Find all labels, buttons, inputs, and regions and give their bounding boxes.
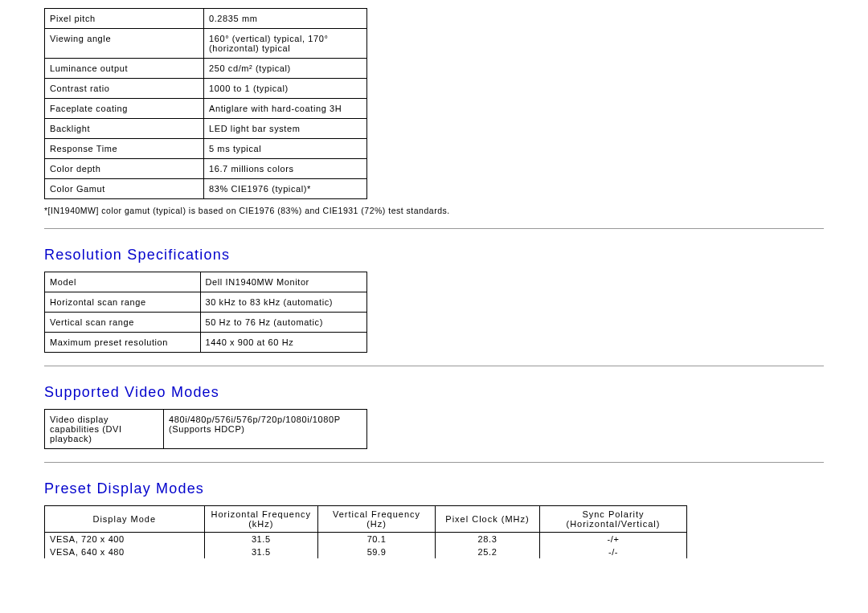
table-row: Color depth16.7 millions colors [45, 159, 367, 179]
cell: 25.2 [436, 546, 540, 558]
column-header: Horizontal Frequency (kHz) [204, 506, 317, 533]
divider [44, 366, 824, 366]
video-modes-heading: Supported Video Modes [44, 384, 824, 401]
spec-value: 5 ms typical [204, 139, 367, 159]
table-row: Faceplate coatingAntiglare with hard-coa… [45, 99, 367, 119]
spec-value: Dell IN1940MW Monitor [200, 272, 367, 292]
spec-value: 1000 to 1 (typical) [204, 79, 367, 99]
column-header: Vertical Frequency (Hz) [318, 506, 436, 533]
cell: 31.5 [204, 533, 317, 546]
table-row: ModelDell IN1940MW Monitor [45, 272, 367, 292]
spec-value: 250 cd/m² (typical) [204, 59, 367, 79]
table-row: VESA, 720 x 40031.570.128.3-/+ [45, 533, 687, 546]
spec-value: 0.2835 mm [204, 9, 367, 29]
column-header: Pixel Clock (MHz) [436, 506, 540, 533]
column-header: Display Mode [45, 506, 205, 533]
spec-label: Model [45, 272, 201, 292]
table-row: Viewing angle160° (vertical) typical, 17… [45, 29, 367, 59]
spec-value: 83% CIE1976 (typical)* [204, 179, 367, 199]
cell: -/- [539, 546, 686, 558]
spec-label: Vertical scan range [45, 313, 201, 333]
resolution-spec-table: ModelDell IN1940MW MonitorHorizontal sca… [44, 272, 367, 353]
divider [44, 228, 824, 229]
table-row: Horizontal scan range30 kHz to 83 kHz (a… [45, 292, 367, 313]
cell: 28.3 [436, 533, 540, 546]
spec-label: Response Time [45, 139, 204, 159]
spec-label: Backlight [45, 119, 204, 139]
table-row: BacklightLED light bar system [45, 119, 367, 139]
table-row: Contrast ratio1000 to 1 (typical) [45, 79, 367, 99]
spec-label: Color Gamut [45, 179, 204, 199]
cell: VESA, 720 x 400 [45, 533, 205, 546]
video-modes-label: Video display capabilities (DVI playback… [45, 410, 164, 449]
column-header: Sync Polarity (Horizontal/Vertical) [539, 506, 686, 533]
video-modes-value: 480i/480p/576i/576p/720p/1080i/1080P (Su… [164, 410, 367, 449]
preset-display-modes-table: Display ModeHorizontal Frequency (kHz)Ve… [44, 505, 687, 558]
table-row: Maximum preset resolution1440 x 900 at 6… [45, 333, 367, 353]
spec-value: 50 Hz to 76 Hz (automatic) [200, 313, 367, 333]
table-row: VESA, 640 x 48031.559.925.2-/- [45, 546, 687, 558]
spec-value: 1440 x 900 at 60 Hz [200, 333, 367, 353]
spec-value: 16.7 millions colors [204, 159, 367, 179]
table-row: Luminance output250 cd/m² (typical) [45, 59, 367, 79]
spec-value: LED light bar system [204, 119, 367, 139]
table-row: Pixel pitch0.2835 mm [45, 9, 367, 29]
cell: 31.5 [204, 546, 317, 558]
spec-label: Maximum preset resolution [45, 333, 201, 353]
resolution-heading: Resolution Specifications [44, 247, 824, 264]
spec-label: Faceplate coating [45, 99, 204, 119]
spec-label: Horizontal scan range [45, 292, 201, 313]
flat-panel-spec-table: Pixel pitch0.2835 mmViewing angle160° (v… [44, 8, 367, 199]
cell: -/+ [539, 533, 686, 546]
spec-value: Antiglare with hard-coating 3H [204, 99, 367, 119]
spec-label: Color depth [45, 159, 204, 179]
spec-label: Viewing angle [45, 29, 204, 59]
spec-label: Luminance output [45, 59, 204, 79]
cell: 70.1 [318, 533, 436, 546]
spec-value: 160° (vertical) typical, 170° (horizonta… [204, 29, 367, 59]
video-modes-table: Video display capabilities (DVI playback… [44, 409, 367, 449]
table-row: Vertical scan range50 Hz to 76 Hz (autom… [45, 313, 367, 333]
divider [44, 462, 824, 463]
table-row: Color Gamut83% CIE1976 (typical)* [45, 179, 367, 199]
preset-heading: Preset Display Modes [44, 480, 824, 497]
color-gamut-footnote: *[IN1940MW] color gamut (typical) is bas… [44, 206, 824, 215]
spec-label: Contrast ratio [45, 79, 204, 99]
cell: 59.9 [318, 546, 436, 558]
table-row: Response Time5 ms typical [45, 139, 367, 159]
cell: VESA, 640 x 480 [45, 546, 205, 558]
spec-value: 30 kHz to 83 kHz (automatic) [200, 292, 367, 313]
spec-label: Pixel pitch [45, 9, 204, 29]
